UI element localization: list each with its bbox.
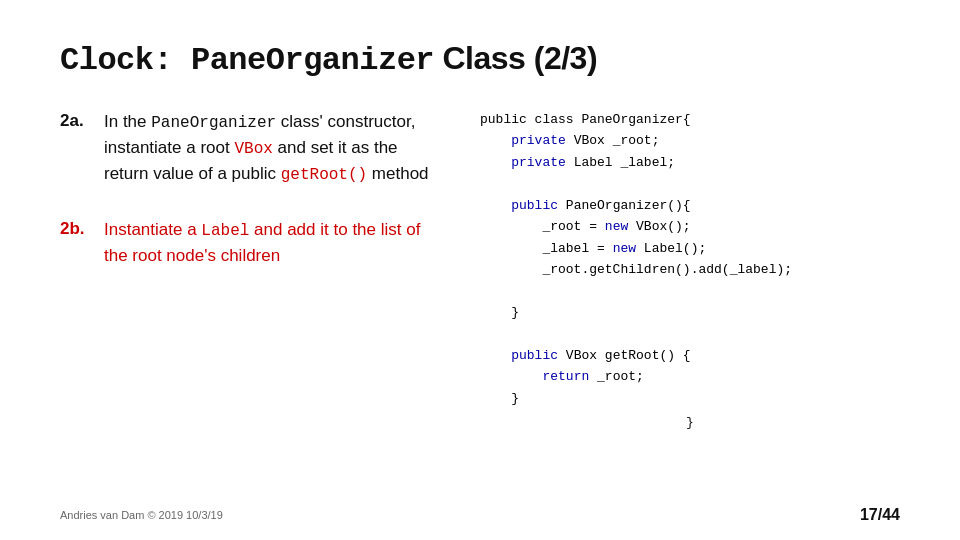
footer-page: 17/44 — [860, 506, 900, 524]
code-paneorganizer: PaneOrganizer — [151, 114, 276, 132]
left-panel: 2a. In the PaneOrganizer class' construc… — [60, 109, 440, 434]
code-label: Label — [201, 222, 249, 240]
point-2b: 2b. Instantiate a Label and add it to th… — [60, 217, 440, 269]
footer-credit: Andries van Dam © 2019 10/3/19 — [60, 509, 223, 521]
point-text-2b: Instantiate a Label and add it to the li… — [104, 217, 440, 269]
code-block: public class PaneOrganizer{ private VBox… — [480, 109, 900, 409]
code-getroot: getRoot() — [281, 166, 367, 184]
point-label-2a: 2a. — [60, 111, 92, 131]
content-area: 2a. In the PaneOrganizer class' construc… — [60, 109, 900, 434]
footer: Andries van Dam © 2019 10/3/19 17/44 — [0, 506, 960, 524]
point-label-2b: 2b. — [60, 219, 92, 239]
title-normal: Class (2/3) — [434, 40, 597, 76]
title-monospace: Clock: PaneOrganizer — [60, 42, 434, 79]
code-vbox: VBox — [234, 140, 272, 158]
point-2a: 2a. In the PaneOrganizer class' construc… — [60, 109, 440, 187]
closing-brace: } — [480, 413, 900, 434]
slide-title: Clock: PaneOrganizer Class (2/3) — [60, 40, 900, 79]
point-text-2a: In the PaneOrganizer class' constructor,… — [104, 109, 440, 187]
code-panel: public class PaneOrganizer{ private VBox… — [480, 109, 900, 434]
slide: Clock: PaneOrganizer Class (2/3) 2a. In … — [0, 0, 960, 540]
